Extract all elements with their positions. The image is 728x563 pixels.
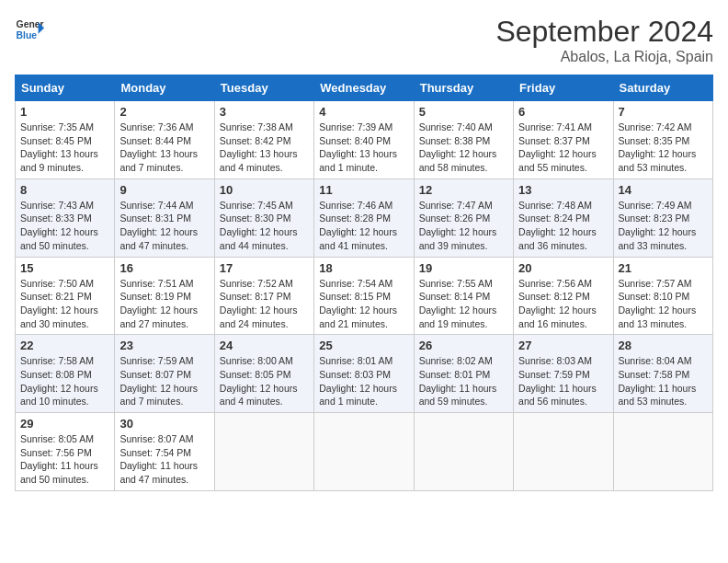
calendar-cell: 5Sunrise: 7:40 AM Sunset: 8:38 PM Daylig…	[414, 101, 513, 179]
location-title: Abalos, La Rioja, Spain	[495, 49, 713, 65]
day-info: Sunrise: 7:50 AM Sunset: 8:21 PM Dayligh…	[20, 277, 109, 331]
calendar-table: SundayMondayTuesdayWednesdayThursdayFrid…	[15, 75, 713, 491]
day-info: Sunrise: 7:48 AM Sunset: 8:24 PM Dayligh…	[518, 199, 608, 253]
day-info: Sunrise: 7:45 AM Sunset: 8:30 PM Dayligh…	[220, 199, 309, 253]
day-number: 16	[119, 261, 209, 275]
day-info: Sunrise: 7:43 AM Sunset: 8:33 PM Dayligh…	[20, 199, 109, 253]
day-number: 14	[619, 183, 708, 197]
day-number: 17	[220, 261, 309, 275]
calendar-cell: 16Sunrise: 7:51 AM Sunset: 8:19 PM Dayli…	[115, 257, 214, 335]
calendar-cell: 20Sunrise: 7:56 AM Sunset: 8:12 PM Dayli…	[514, 257, 613, 335]
calendar-cell: 21Sunrise: 7:57 AM Sunset: 8:10 PM Dayli…	[613, 257, 712, 335]
page-header: General Blue September 2024 Abalos, La R…	[15, 15, 713, 65]
title-block: September 2024 Abalos, La Rioja, Spain	[495, 15, 713, 65]
weekday-header-row: SundayMondayTuesdayWednesdayThursdayFrid…	[16, 75, 713, 101]
calendar-cell: 1Sunrise: 7:35 AM Sunset: 8:45 PM Daylig…	[16, 101, 115, 179]
calendar-cell	[214, 413, 313, 491]
weekday-header-tuesday: Tuesday	[214, 75, 313, 101]
day-number: 20	[518, 261, 608, 275]
calendar-cell: 9Sunrise: 7:44 AM Sunset: 8:31 PM Daylig…	[115, 178, 214, 257]
day-number: 26	[419, 339, 508, 352]
calendar-cell: 29Sunrise: 8:05 AM Sunset: 7:56 PM Dayli…	[16, 413, 115, 491]
day-number: 15	[20, 261, 109, 275]
calendar-cell: 4Sunrise: 7:39 AM Sunset: 8:40 PM Daylig…	[314, 101, 414, 179]
week-row-4: 22Sunrise: 7:58 AM Sunset: 8:08 PM Dayli…	[16, 335, 713, 413]
svg-text:Blue: Blue	[17, 30, 38, 40]
day-info: Sunrise: 7:46 AM Sunset: 8:28 PM Dayligh…	[319, 199, 408, 253]
calendar-cell: 27Sunrise: 8:03 AM Sunset: 7:59 PM Dayli…	[514, 335, 613, 413]
calendar-cell: 12Sunrise: 7:47 AM Sunset: 8:26 PM Dayli…	[414, 178, 513, 257]
day-number: 22	[20, 339, 109, 352]
day-info: Sunrise: 7:52 AM Sunset: 8:17 PM Dayligh…	[220, 277, 309, 331]
day-info: Sunrise: 7:36 AM Sunset: 8:44 PM Dayligh…	[119, 121, 209, 175]
day-info: Sunrise: 7:39 AM Sunset: 8:40 PM Dayligh…	[319, 121, 408, 175]
calendar-cell: 2Sunrise: 7:36 AM Sunset: 8:44 PM Daylig…	[115, 101, 214, 179]
day-number: 4	[319, 105, 408, 119]
day-info: Sunrise: 8:00 AM Sunset: 8:05 PM Dayligh…	[220, 354, 309, 408]
calendar-cell	[514, 413, 613, 491]
calendar-cell: 10Sunrise: 7:45 AM Sunset: 8:30 PM Dayli…	[214, 178, 313, 257]
day-info: Sunrise: 7:57 AM Sunset: 8:10 PM Dayligh…	[619, 277, 708, 331]
day-number: 11	[319, 183, 408, 197]
calendar-cell	[314, 413, 414, 491]
day-info: Sunrise: 7:51 AM Sunset: 8:19 PM Dayligh…	[119, 277, 209, 331]
calendar-cell: 28Sunrise: 8:04 AM Sunset: 7:58 PM Dayli…	[613, 335, 712, 413]
calendar-cell: 22Sunrise: 7:58 AM Sunset: 8:08 PM Dayli…	[16, 335, 115, 413]
day-number: 7	[619, 105, 708, 119]
day-info: Sunrise: 7:35 AM Sunset: 8:45 PM Dayligh…	[20, 121, 109, 175]
month-title: September 2024	[495, 15, 713, 49]
week-row-2: 8Sunrise: 7:43 AM Sunset: 8:33 PM Daylig…	[16, 178, 713, 257]
week-row-3: 15Sunrise: 7:50 AM Sunset: 8:21 PM Dayli…	[16, 257, 713, 335]
day-number: 25	[319, 339, 408, 352]
day-number: 29	[20, 417, 109, 431]
day-number: 10	[220, 183, 309, 197]
week-row-1: 1Sunrise: 7:35 AM Sunset: 8:45 PM Daylig…	[16, 101, 713, 179]
day-number: 8	[20, 183, 109, 197]
day-info: Sunrise: 8:03 AM Sunset: 7:59 PM Dayligh…	[518, 354, 608, 408]
week-row-5: 29Sunrise: 8:05 AM Sunset: 7:56 PM Dayli…	[16, 413, 713, 491]
weekday-header-monday: Monday	[115, 75, 214, 101]
weekday-header-saturday: Saturday	[613, 75, 712, 101]
day-info: Sunrise: 7:59 AM Sunset: 8:07 PM Dayligh…	[119, 354, 209, 408]
day-info: Sunrise: 8:04 AM Sunset: 7:58 PM Dayligh…	[619, 354, 708, 408]
calendar-cell: 26Sunrise: 8:02 AM Sunset: 8:01 PM Dayli…	[414, 335, 513, 413]
day-info: Sunrise: 8:07 AM Sunset: 7:54 PM Dayligh…	[119, 432, 209, 487]
day-number: 24	[220, 339, 309, 352]
day-info: Sunrise: 7:54 AM Sunset: 8:15 PM Dayligh…	[319, 277, 408, 331]
day-info: Sunrise: 7:49 AM Sunset: 8:23 PM Dayligh…	[619, 199, 708, 253]
calendar-cell: 14Sunrise: 7:49 AM Sunset: 8:23 PM Dayli…	[613, 178, 712, 257]
day-number: 18	[319, 261, 408, 275]
weekday-header-thursday: Thursday	[414, 75, 513, 101]
day-info: Sunrise: 7:55 AM Sunset: 8:14 PM Dayligh…	[419, 277, 508, 331]
weekday-header-sunday: Sunday	[16, 75, 115, 101]
logo-icon: General Blue	[15, 15, 44, 44]
day-info: Sunrise: 7:41 AM Sunset: 8:37 PM Dayligh…	[518, 121, 608, 175]
day-info: Sunrise: 8:01 AM Sunset: 8:03 PM Dayligh…	[319, 354, 408, 408]
logo: General Blue	[15, 15, 44, 44]
calendar-cell	[414, 413, 513, 491]
day-number: 6	[518, 105, 608, 119]
day-info: Sunrise: 7:42 AM Sunset: 8:35 PM Dayligh…	[619, 121, 708, 175]
calendar-cell: 24Sunrise: 8:00 AM Sunset: 8:05 PM Dayli…	[214, 335, 313, 413]
calendar-cell: 30Sunrise: 8:07 AM Sunset: 7:54 PM Dayli…	[115, 413, 214, 491]
day-number: 1	[20, 105, 109, 119]
calendar-cell: 6Sunrise: 7:41 AM Sunset: 8:37 PM Daylig…	[514, 101, 613, 179]
day-number: 23	[119, 339, 209, 352]
calendar-cell: 8Sunrise: 7:43 AM Sunset: 8:33 PM Daylig…	[16, 178, 115, 257]
day-number: 30	[119, 417, 209, 431]
day-info: Sunrise: 7:47 AM Sunset: 8:26 PM Dayligh…	[419, 199, 508, 253]
day-number: 5	[419, 105, 508, 119]
weekday-header-wednesday: Wednesday	[314, 75, 414, 101]
day-number: 27	[518, 339, 608, 352]
day-info: Sunrise: 7:38 AM Sunset: 8:42 PM Dayligh…	[220, 121, 309, 175]
calendar-cell: 19Sunrise: 7:55 AM Sunset: 8:14 PM Dayli…	[414, 257, 513, 335]
day-info: Sunrise: 8:05 AM Sunset: 7:56 PM Dayligh…	[20, 432, 109, 487]
calendar-cell: 13Sunrise: 7:48 AM Sunset: 8:24 PM Dayli…	[514, 178, 613, 257]
day-info: Sunrise: 7:40 AM Sunset: 8:38 PM Dayligh…	[419, 121, 508, 175]
day-number: 19	[419, 261, 508, 275]
day-number: 12	[419, 183, 508, 197]
calendar-cell: 25Sunrise: 8:01 AM Sunset: 8:03 PM Dayli…	[314, 335, 414, 413]
calendar-cell	[613, 413, 712, 491]
calendar-cell: 23Sunrise: 7:59 AM Sunset: 8:07 PM Dayli…	[115, 335, 214, 413]
calendar-cell: 7Sunrise: 7:42 AM Sunset: 8:35 PM Daylig…	[613, 101, 712, 179]
